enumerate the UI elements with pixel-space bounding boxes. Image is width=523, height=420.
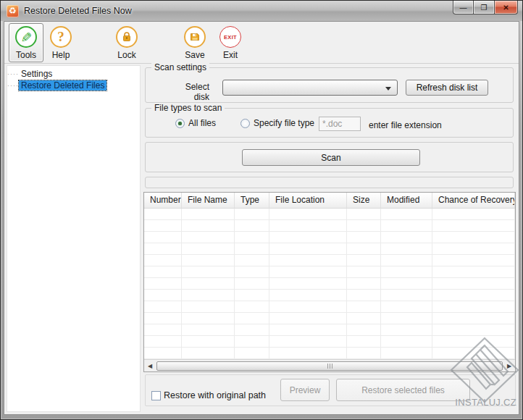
all-files-radio[interactable] (175, 119, 185, 128)
toolbar-button-lock[interactable]: Lock (109, 23, 144, 62)
toolbar-label: Exit (223, 50, 238, 60)
column-header-4[interactable]: Size (347, 193, 381, 208)
app-icon: ♻ (7, 5, 19, 17)
toolbar-button-exit[interactable]: EXIT Exit (213, 23, 248, 62)
file-extension-input[interactable] (319, 117, 361, 131)
file-types-group: File types to scan All files Specify fil… (145, 108, 514, 138)
exit-icon: EXIT (219, 26, 241, 48)
table-header-row: NumberFile NameTypeFile LocationSizeModi… (144, 193, 515, 209)
chevron-down-icon (385, 87, 391, 91)
file-extension-hint: enter file extension (369, 120, 442, 130)
column-header-6[interactable]: Chance of Recovery (432, 193, 515, 208)
file-types-group-label: File types to scan (151, 103, 225, 113)
footer-panel: Restore with original path Preview Resto… (145, 374, 516, 406)
restore-path-label: Restore with original path (164, 390, 266, 400)
results-table: NumberFile NameTypeFile LocationSizeModi… (143, 192, 516, 372)
scan-settings-group-label: Scan settings (151, 62, 209, 72)
scroll-left-icon[interactable]: ◀ (144, 361, 156, 371)
maximize-button[interactable]: ❐ (474, 1, 495, 14)
toolbar-button-tools[interactable]: ✎ Tools (9, 23, 43, 62)
toolbar-button-save[interactable]: Save (177, 23, 212, 62)
select-disk-combobox[interactable] (222, 80, 398, 96)
tools-pen-icon: ✎ (15, 26, 37, 48)
titlebar[interactable]: ♻ Restore Deleted Files Now — ❐ ✕ (1, 1, 522, 21)
sidebar-tree: Settings Restore Deleted Files (7, 65, 141, 412)
restore-path-checkbox[interactable] (151, 391, 161, 400)
table-row (144, 336, 515, 348)
horizontal-scrollbar[interactable]: ◀ ▶ (144, 359, 515, 371)
toolbar-label: Help (52, 50, 70, 60)
preview-button[interactable]: Preview (280, 379, 330, 401)
help-question-icon: ? (50, 26, 72, 48)
table-row (144, 220, 515, 232)
app-window: ♻ Restore Deleted Files Now — ❐ ✕ ✎ Tool… (0, 0, 523, 420)
table-row (144, 255, 515, 266)
tree-connector (7, 70, 19, 77)
table-body[interactable] (144, 209, 515, 359)
table-row (144, 209, 515, 220)
table-row (144, 266, 515, 278)
column-header-1[interactable]: File Name (182, 193, 235, 208)
tree-item-label: Restore Deleted Files (19, 80, 106, 91)
table-row (144, 290, 515, 301)
scan-button[interactable]: Scan (242, 149, 420, 166)
specify-file-type-radio[interactable] (240, 119, 250, 128)
window-title: Restore Deleted Files Now (24, 6, 132, 16)
table-row (144, 278, 515, 290)
column-header-3[interactable]: File Location (269, 193, 347, 208)
column-header-2[interactable]: Type (235, 193, 269, 208)
toolbar-label: Save (185, 50, 204, 60)
tree-item-label: Settings (19, 69, 54, 79)
floppy-save-icon (184, 26, 206, 48)
table-row (144, 243, 515, 255)
scrollbar-thumb[interactable] (156, 361, 503, 371)
toolbar: ✎ Tools ? Help Lock (4, 22, 519, 64)
maximize-icon: ❐ (481, 4, 488, 12)
table-row (144, 232, 515, 243)
table-row (144, 324, 515, 336)
sidebar-item-restore-deleted-files[interactable]: Restore Deleted Files (7, 80, 140, 91)
minimize-button[interactable]: — (453, 1, 474, 14)
specify-file-type-label: Specify file type (254, 118, 314, 128)
sidebar-item-settings[interactable]: Settings (7, 68, 140, 80)
close-icon: ✕ (503, 4, 509, 12)
close-button[interactable]: ✕ (495, 1, 518, 14)
column-header-5[interactable]: Modified (381, 193, 432, 208)
table-row (144, 313, 515, 324)
select-disk-label: Select disk (167, 82, 209, 102)
toolbar-label: Tools (16, 50, 36, 60)
refresh-disk-list-button[interactable]: Refresh disk list (406, 80, 488, 96)
table-row (144, 348, 515, 359)
column-header-0[interactable]: Number (144, 193, 182, 208)
table-row (144, 301, 515, 313)
scan-button-panel: Scan (145, 142, 514, 172)
scroll-right-icon[interactable]: ▶ (503, 361, 515, 371)
window-content: ✎ Tools ? Help Lock (4, 21, 519, 415)
scan-settings-group: Scan settings Select disk Refresh disk l… (145, 67, 514, 103)
tree-connector (7, 82, 19, 89)
toolbar-label: Lock (117, 50, 135, 60)
combobox-value (223, 83, 227, 93)
restore-selected-files-button[interactable]: Restore selected files (336, 379, 470, 401)
all-files-label: All files (188, 118, 216, 128)
status-strip-panel (145, 177, 514, 188)
minimize-icon: — (460, 4, 467, 12)
toolbar-button-help[interactable]: ? Help (43, 23, 78, 62)
restore-path-option[interactable]: Restore with original path (151, 390, 266, 400)
lock-icon (116, 26, 138, 48)
